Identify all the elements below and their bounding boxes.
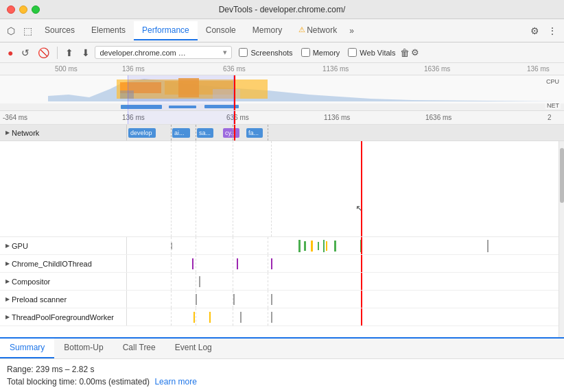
compositor-label[interactable]: ▶ Compositor xyxy=(0,273,127,290)
threadpool-label[interactable]: ▶ ThreadPoolForegroundWorker xyxy=(0,308,127,326)
screenshots-check[interactable] xyxy=(239,48,248,57)
preload-canvas[interactable] xyxy=(127,291,564,308)
vl1 xyxy=(171,141,172,236)
preload-label-text: Preload scanner xyxy=(12,295,67,304)
net-pill-3: cy... xyxy=(223,128,239,138)
network-label[interactable]: ▶ Network xyxy=(0,125,127,140)
screenshots-checkbox[interactable]: Screenshots xyxy=(239,48,292,57)
tab-calltree[interactable]: Call Tree xyxy=(113,339,165,358)
close-button[interactable] xyxy=(7,5,15,14)
more-options-button[interactable]: ⋮ xyxy=(543,23,561,39)
learn-more-link[interactable]: Learn more xyxy=(154,377,196,387)
pre-cursor xyxy=(361,291,362,308)
net-cursor xyxy=(234,125,235,140)
network-expand-triangle[interactable]: ▶ xyxy=(5,130,10,136)
maximize-button[interactable] xyxy=(32,5,40,14)
track-threadpool[interactable]: ▶ ThreadPoolForegroundWorker xyxy=(0,308,564,326)
preload-label[interactable]: ▶ Preload scanner xyxy=(0,291,127,308)
cio-vl4 xyxy=(268,255,268,272)
cio-vl1 xyxy=(171,255,172,272)
capture-settings-button[interactable]: ⚙ xyxy=(411,47,419,58)
gpu-vl2 xyxy=(196,237,196,254)
performance-toolbar: ● ↺ 🚫 ⬆ ⬇ developer.chrome.com … ▾ Scree… xyxy=(0,42,564,63)
comp-cursor xyxy=(361,273,362,290)
tab-sources[interactable]: Sources xyxy=(36,21,83,40)
net-pill-4: fa... xyxy=(246,128,263,138)
tab-eventlog[interactable]: Event Log xyxy=(165,339,222,358)
vl4 xyxy=(271,141,272,236)
threadpool-canvas[interactable] xyxy=(127,308,564,326)
tab-memory[interactable]: Memory xyxy=(244,21,290,40)
pre-vl4 xyxy=(268,291,268,308)
minimize-button[interactable] xyxy=(19,5,27,14)
inspect-icon-button[interactable]: ⬡ xyxy=(3,23,19,39)
comp-vl3 xyxy=(233,273,233,290)
tp-vl4 xyxy=(268,308,268,326)
track-gpu[interactable]: ▶ GPU xyxy=(0,237,564,255)
url-dropdown-icon[interactable]: ▾ xyxy=(223,48,227,57)
record-button[interactable]: ● xyxy=(4,45,16,60)
compositor-canvas[interactable] xyxy=(127,273,564,290)
blocking-text: Total blocking time: 0.00ms (estimated) … xyxy=(7,377,557,387)
child-io-canvas[interactable] xyxy=(127,255,564,272)
more-tabs-button[interactable]: » xyxy=(345,23,358,38)
main-flame-area[interactable]: ↖ xyxy=(0,141,564,237)
child-io-label-text: Chrome_ChildIOThread xyxy=(12,260,92,268)
reload-record-button[interactable]: ↺ xyxy=(18,45,33,60)
download-button[interactable]: ⬇ xyxy=(78,45,93,60)
time-mark-636: 636 ms xyxy=(226,114,249,121)
tab-summary[interactable]: Summary xyxy=(0,339,54,358)
device-icon-button[interactable]: ⬚ xyxy=(19,23,36,39)
checkbox-group: Screenshots Memory Web Vitals xyxy=(239,48,395,57)
gpu-line-0 xyxy=(298,240,301,252)
gpu-track-canvas[interactable] xyxy=(127,237,564,254)
gpu-vl3 xyxy=(233,237,233,254)
tab-performance[interactable]: Performance xyxy=(134,21,198,40)
net-pill-1: ai... xyxy=(172,128,190,138)
cio-cursor xyxy=(361,255,362,272)
memory-check[interactable] xyxy=(301,48,310,57)
trash-button[interactable]: 🗑 xyxy=(400,47,410,58)
clear-button[interactable]: 🚫 xyxy=(34,45,53,60)
tab-elements[interactable]: Elements xyxy=(83,21,134,40)
net-bar-item xyxy=(121,105,162,109)
overview-area[interactable]: CPU NET xyxy=(0,75,564,111)
scrollbar-thumb[interactable] xyxy=(560,148,564,203)
track-preload[interactable]: ▶ Preload scanner xyxy=(0,291,564,308)
main-tab-bar: ⬡ ⬚ Sources Elements Performance Console… xyxy=(0,19,564,42)
track-child-io[interactable]: ▶ Chrome_ChildIOThread xyxy=(0,255,564,273)
tab-console[interactable]: Console xyxy=(198,21,244,40)
track-compositor[interactable]: ▶ Compositor xyxy=(0,273,564,291)
range-text: Range: 239 ms – 2.82 s xyxy=(7,365,557,374)
compositor-triangle[interactable]: ▶ xyxy=(5,278,10,284)
ruler-mark-636: 636 ms xyxy=(223,65,246,73)
threadpool-triangle[interactable]: ▶ xyxy=(5,314,10,320)
webvitals-checkbox[interactable]: Web Vitals xyxy=(348,48,395,57)
summary-content: Range: 239 ms – 2.82 s Total blocking ti… xyxy=(0,359,564,392)
vertical-scrollbar[interactable] xyxy=(559,141,564,337)
gpu-label[interactable]: ▶ GPU xyxy=(0,237,127,254)
tab-network[interactable]: ⚠ Network xyxy=(290,21,345,40)
gpu-line-8 xyxy=(487,240,489,252)
v-line-2 xyxy=(196,125,196,140)
cio-vl2 xyxy=(196,255,196,272)
url-display: developer.chrome.com … ▾ xyxy=(95,46,232,59)
pre-line-2 xyxy=(271,294,272,305)
gpu-line-6 xyxy=(334,241,336,252)
gpu-expand-triangle[interactable]: ▶ xyxy=(5,243,10,249)
upload-button[interactable]: ⬆ xyxy=(62,45,77,60)
window-controls xyxy=(7,5,40,14)
tracks-area[interactable]: ↖ ▶ GPU xyxy=(0,141,564,337)
timeline-cursor xyxy=(234,75,235,110)
main-cursor xyxy=(361,141,362,236)
tab-bottomup[interactable]: Bottom-Up xyxy=(54,339,113,358)
webvitals-check[interactable] xyxy=(348,48,357,57)
preload-triangle[interactable]: ▶ xyxy=(5,296,10,302)
child-io-triangle[interactable]: ▶ xyxy=(5,260,10,267)
v-line-1 xyxy=(171,125,172,140)
ruler-mark-136b: 136 ms xyxy=(527,65,550,73)
child-io-label[interactable]: ▶ Chrome_ChildIOThread xyxy=(0,255,127,272)
net-pill-2: sa... xyxy=(197,128,213,138)
settings-icon-button[interactable]: ⚙ xyxy=(526,23,543,39)
memory-checkbox[interactable]: Memory xyxy=(301,48,340,57)
